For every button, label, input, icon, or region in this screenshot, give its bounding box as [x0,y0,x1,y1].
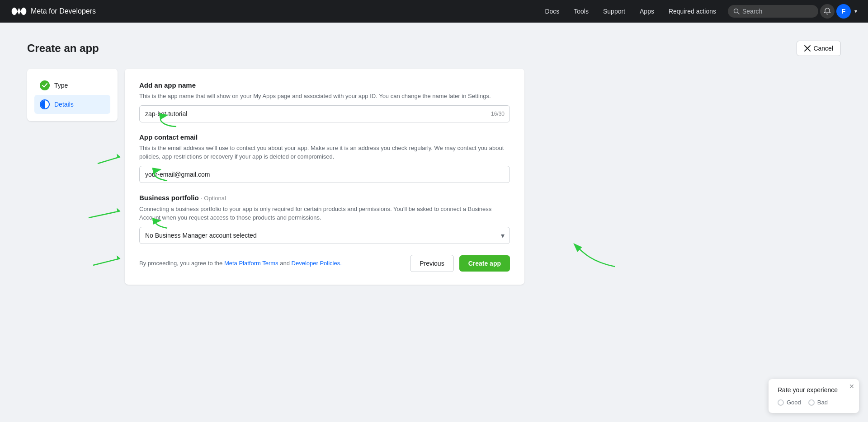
step-type-label: Type [54,82,68,89]
svg-line-1 [738,13,740,14]
wizard: Type Details Add an app name This is the… [27,69,524,285]
nav-links: Docs Tools Support Apps Required actions… [538,4,857,19]
navbar: Meta for Developers Docs Tools Support A… [0,0,868,23]
nav-support[interactable]: Support [597,5,632,18]
business-select[interactable]: No Business Manager account selected [139,227,510,244]
form-panel: Add an app name This is the app name tha… [125,69,524,285]
terms-text: By proceeding, you agree to the Meta Pla… [139,260,342,267]
svg-line-6 [89,211,120,218]
rate-options: Good Bad [778,399,850,406]
search-icon [733,8,740,14]
arrow-business [93,255,120,265]
rate-good-radio[interactable] [778,399,784,406]
step-type[interactable]: Type [34,76,110,95]
search-bar[interactable] [728,5,818,18]
nav-tools[interactable]: Tools [567,5,595,18]
chevron-down-icon[interactable]: ▾ [854,8,857,14]
nav-apps[interactable]: Apps [633,5,660,18]
app-name-input-wrapper: 16/30 [139,105,510,122]
search-input[interactable] [742,8,810,15]
svg-marker-9 [117,255,120,260]
rate-bad-label: Bad [817,399,828,406]
rate-title: Rate your experience [778,386,850,394]
email-title: App contact email [139,133,510,141]
developer-policies-link[interactable]: Developer Policies. [292,260,342,267]
rate-good-label: Good [787,399,801,406]
notification-bell[interactable] [820,4,835,19]
optional-label: · Optional [201,195,226,202]
svg-marker-7 [117,208,120,212]
business-select-wrapper: No Business Manager account selected ▾ [139,227,510,244]
page-header: Create an app Cancel [27,41,841,56]
svg-line-4 [98,157,120,164]
app-name-input[interactable] [139,105,510,122]
main-content: Create an app Cancel Type [0,23,868,422]
avatar[interactable]: F [836,4,851,19]
step-details[interactable]: Details [34,95,110,114]
step-details-label: Details [54,101,74,108]
char-count: 16/30 [491,111,505,117]
arrow-email [89,208,120,218]
step-active-icon [40,99,50,109]
x-icon [804,45,811,52]
email-input-wrapper [139,166,510,183]
nav-docs[interactable]: Docs [538,5,566,18]
footer-buttons: Previous Create app [410,255,510,272]
meta-platform-terms-link[interactable]: Meta Platform Terms [224,260,278,267]
rate-bad-radio[interactable] [808,399,815,406]
app-name-desc: This is the app name that will show on y… [139,92,510,101]
business-title-row: Business portfolio · Optional [139,194,510,202]
app-name-section: Add an app name This is the app name tha… [139,81,510,122]
step-completed-icon [40,80,50,90]
app-name-title: Add an app name [139,81,510,89]
business-section: Business portfolio · Optional Connecting… [139,194,510,244]
arrow-app-name [98,154,120,164]
rate-close-button[interactable]: ✕ [849,383,854,390]
form-footer: By proceeding, you agree to the Meta Pla… [139,255,510,272]
rate-bad-option[interactable]: Bad [808,399,828,406]
business-title: Business portfolio [139,194,199,202]
svg-marker-5 [117,154,120,158]
create-app-button[interactable]: Create app [459,255,510,272]
brand-logo: Meta for Developers [11,7,96,16]
email-input[interactable] [139,166,510,183]
brand-text: Meta for Developers [31,7,96,15]
svg-line-8 [93,258,120,265]
previous-button[interactable]: Previous [410,255,453,272]
rate-good-option[interactable]: Good [778,399,801,406]
cancel-button[interactable]: Cancel [797,41,841,56]
nav-required-actions[interactable]: Required actions [662,5,722,18]
steps-panel: Type Details [27,69,118,121]
email-section: App contact email This is the email addr… [139,133,510,183]
rate-experience-widget: ✕ Rate your experience Good Bad [769,379,859,413]
business-desc: Connecting a business portfolio to your … [139,205,510,222]
page-title: Create an app [27,42,99,55]
email-desc: This is the email address we'll use to c… [139,144,510,161]
